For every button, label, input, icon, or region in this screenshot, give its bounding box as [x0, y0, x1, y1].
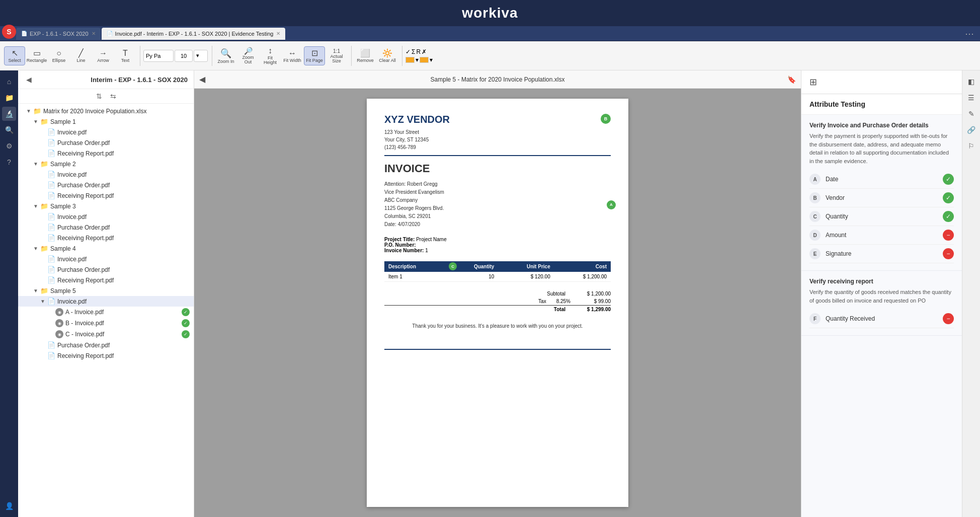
main-layout: ⌂ 📁 🔬 🔍 ⚙ ? 👤 ◀ Interim - EXP - 1.6.1 - …	[0, 70, 980, 517]
iconbar-btn3[interactable]: ✎	[964, 107, 978, 121]
collapse-all-button[interactable]: ⇆	[108, 91, 118, 101]
select-tool[interactable]: ↖ Select	[4, 46, 25, 65]
tree-file-sample3-1[interactable]: 📄Purchase Order.pdf	[18, 222, 194, 233]
tree-file-sample2-1[interactable]: 📄Purchase Order.pdf	[18, 180, 194, 190]
iconbar-btn4[interactable]: 🔗	[964, 123, 978, 137]
format-dropdown[interactable]: ▾	[194, 50, 208, 62]
tab-close-icon[interactable]: ✕	[276, 31, 280, 36]
iconbar-btn2[interactable]: ☰	[964, 91, 978, 105]
tree-file-sample4-1[interactable]: 📄Purchase Order.pdf	[18, 264, 194, 275]
tab-close-icon[interactable]: ✕	[92, 31, 96, 36]
font-size-input[interactable]	[175, 50, 193, 62]
invoice-page: XYZ VENDOR B 123 Your Street Your City, …	[367, 99, 628, 507]
child-label: C - Invoice.pdf	[65, 331, 182, 338]
tree-file-sample1-1[interactable]: 📄Purchase Order.pdf	[18, 137, 194, 148]
attr-row-b[interactable]: BVendor✓	[809, 189, 954, 207]
window-controls: ⋯	[965, 28, 978, 39]
attr-row-d[interactable]: DAmount−	[809, 226, 954, 245]
tree-sample-sample1[interactable]: ▼📁Sample 1	[18, 116, 194, 127]
attr-row-c[interactable]: CQuantity✓	[809, 207, 954, 226]
attr-row-a[interactable]: ADate✓	[809, 170, 954, 189]
tree-sample-sample4[interactable]: ▼📁Sample 4	[18, 243, 194, 254]
tree-file-sample5-2[interactable]: 📄Receiving Report.pdf	[18, 350, 194, 361]
tree-file-sample3-2[interactable]: 📄Receiving Report.pdf	[18, 233, 194, 243]
tree-file-sample1-0[interactable]: 📄Invoice.pdf	[18, 127, 194, 137]
section1-title: Verify Invoice and Purchase Order detail…	[809, 122, 954, 129]
col-quantity: Quantity C	[448, 261, 498, 272]
nav-search-button[interactable]: 🔍	[2, 123, 16, 137]
cell-price: $ 120.00	[498, 272, 554, 282]
pdf-icon: 📄	[47, 171, 55, 178]
tree-file-sample4-2[interactable]: 📄Receiving Report.pdf	[18, 275, 194, 285]
panel-title: Attribute Testing	[809, 100, 954, 108]
invoice-row-0: Item 110$ 120.00$ 1,200.00	[384, 272, 611, 282]
nav-home-button[interactable]: ⌂	[2, 75, 16, 89]
file-label: Purchase Order.pdf	[57, 224, 190, 231]
attention-badge: A	[607, 200, 616, 209]
tree-file-sample3-0[interactable]: 📄Invoice.pdf	[18, 211, 194, 222]
zoom-in-button[interactable]: 🔍 Zoom In	[215, 46, 236, 65]
sample-folder-icon: 📁	[40, 287, 48, 294]
nav-settings-button[interactable]: ⚙	[2, 139, 16, 153]
fill-color[interactable]	[420, 57, 429, 63]
fit-page-button[interactable]: ⊡ Fit Page	[304, 46, 325, 65]
fit-width-button[interactable]: ↔ Fit Width	[282, 46, 303, 65]
root-label: Matrix for 2020 Invoice Population.xlsx	[43, 108, 190, 115]
tab-tab2[interactable]: 📄Invoice.pdf - Interim - EXP - 1.6.1 - S…	[102, 28, 286, 40]
clear-all-button[interactable]: 🔆 Clear All	[377, 46, 398, 65]
tree-file-sample5-0[interactable]: ▼📄Invoice.pdf	[18, 296, 194, 307]
document-filename: Sample 5 - Matrix for 2020 Invoice Popul…	[431, 76, 565, 83]
nav-help-button[interactable]: ?	[2, 155, 16, 169]
sample-toggle: ▼	[33, 288, 40, 293]
child-status-badge: ✓	[182, 330, 190, 338]
arrow-tool[interactable]: → Arrow	[93, 46, 114, 65]
pdf-icon: 📄	[47, 213, 55, 220]
section2-desc: Verify the quantity of goods received ma…	[809, 288, 954, 305]
tree-child-sample5-0-1[interactable]: ◉B - Invoice.pdf✓	[18, 318, 194, 329]
fit-height-button[interactable]: ↕ Fit Height	[260, 46, 281, 65]
tree-file-sample2-2[interactable]: 📄Receiving Report.pdf	[18, 190, 194, 201]
tree-sample-sample5[interactable]: ▼📁Sample 5	[18, 285, 194, 296]
line-tool[interactable]: ╱ Line	[70, 46, 92, 65]
tree-root[interactable]: ▼📁Matrix for 2020 Invoice Population.xls…	[18, 106, 194, 116]
color-pickers: ✓ Σ R ✗ ▾ ▾	[405, 48, 433, 63]
tree-child-sample5-0-0[interactable]: ◉A - Invoice.pdf✓	[18, 307, 194, 318]
attr-row-f[interactable]: FQuantity Received−	[809, 310, 954, 328]
tax-row: Tax 8.25% $ 99.00	[384, 298, 611, 305]
tree-file-sample1-2[interactable]: 📄Receiving Report.pdf	[18, 148, 194, 159]
child-label: B - Invoice.pdf	[65, 320, 182, 327]
attr-letter: B	[809, 192, 821, 203]
attr-letter: E	[809, 248, 821, 259]
tree-child-sample5-0-2[interactable]: ◉C - Invoice.pdf✓	[18, 329, 194, 340]
file-label: Invoice.pdf	[57, 298, 190, 305]
ellipse-tool[interactable]: ○ Ellipse	[48, 46, 69, 65]
tree-sample-sample2[interactable]: ▼📁Sample 2	[18, 159, 194, 169]
tab-tab1[interactable]: 📄EXP - 1.6.1 - SOX 2020✕	[16, 28, 101, 40]
pdf-icon: 📄	[47, 255, 55, 263]
actual-size-button[interactable]: 1:1 Actual Size	[326, 46, 347, 65]
font-dropdown[interactable]: Py Pa	[143, 50, 174, 62]
tab-bar: S 📄EXP - 1.6.1 - SOX 2020✕📄Invoice.pdf -…	[0, 26, 980, 41]
nav-evidence-button[interactable]: 🔬	[2, 107, 16, 121]
invoice-table: Description Quantity C Unit Price Cost I…	[384, 261, 611, 282]
tree-file-sample2-0[interactable]: 📄Invoice.pdf	[18, 169, 194, 180]
remove-button[interactable]: ⬜ Remove	[355, 46, 376, 65]
iconbar-btn5[interactable]: ⚐	[964, 139, 978, 153]
document-viewer[interactable]: XYZ VENDOR B 123 Your Street Your City, …	[194, 89, 801, 517]
stroke-color[interactable]	[405, 57, 415, 63]
pdf-icon: 📄	[47, 266, 55, 273]
text-tool[interactable]: T Text	[115, 46, 136, 65]
vendor-address: 123 Your Street Your City, ST 12345 (123…	[384, 128, 611, 151]
doc-back-button[interactable]: ◀	[199, 75, 205, 84]
iconbar-btn1[interactable]: ◧	[964, 75, 978, 89]
zoom-out-button[interactable]: 🔎 Zoom Out	[237, 46, 259, 65]
expand-all-button[interactable]: ⇅	[94, 91, 104, 101]
attr-row-e[interactable]: ESignature−	[809, 245, 954, 263]
rectangle-tool[interactable]: ▭ Rectangle	[26, 46, 47, 65]
tree-sample-sample3[interactable]: ▼📁Sample 3	[18, 201, 194, 211]
nav-user-button[interactable]: 👤	[2, 499, 16, 513]
nav-files-button[interactable]: 📁	[2, 91, 16, 105]
tree-file-sample4-0[interactable]: 📄Invoice.pdf	[18, 254, 194, 264]
tree-file-sample5-1[interactable]: 📄Purchase Order.pdf	[18, 340, 194, 350]
sidebar-collapse-button[interactable]: ◀	[24, 75, 34, 85]
